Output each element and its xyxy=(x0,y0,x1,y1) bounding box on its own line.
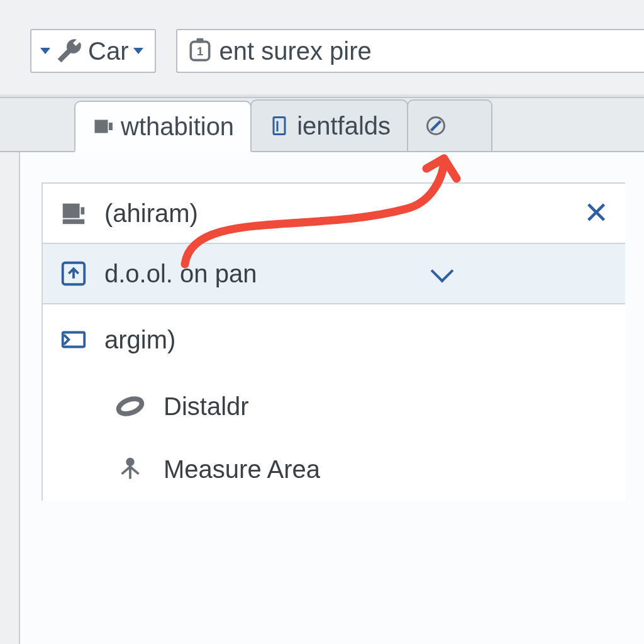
dropdown-row[interactable]: d.o.ol. on pan xyxy=(43,244,625,304)
svg-point-14 xyxy=(126,458,134,466)
upload-box-icon xyxy=(59,259,88,288)
clock-badge-icon: 1 xyxy=(186,37,214,65)
status-label: ent surex pire xyxy=(219,37,371,65)
search-value: (ahiram) xyxy=(104,199,198,228)
list-item-label: Measure Area xyxy=(164,455,320,484)
document-icon xyxy=(268,114,291,137)
measure-icon xyxy=(116,455,145,484)
group-row[interactable]: argim) xyxy=(43,304,625,375)
list-item-label: Distaldr xyxy=(164,392,249,421)
svg-rect-1 xyxy=(197,38,204,43)
dropdown-value: d.o.ol. on pan xyxy=(104,260,257,288)
svg-rect-5 xyxy=(274,118,285,135)
list-item[interactable]: Distaldr xyxy=(43,375,625,438)
panel-list: (ahiram) ✕ d.o.ol. on pan argi xyxy=(42,182,625,501)
svg-line-16 xyxy=(122,467,130,474)
tab-label: ientfalds xyxy=(297,112,391,140)
caret-down-icon xyxy=(40,48,50,54)
svg-rect-10 xyxy=(81,207,85,214)
main-panel: (ahiram) ✕ d.o.ol. on pan argi xyxy=(20,152,644,644)
panel-icon xyxy=(92,115,114,138)
svg-point-13 xyxy=(116,396,143,417)
left-gutter xyxy=(0,152,20,644)
ring-icon xyxy=(116,392,145,421)
svg-rect-9 xyxy=(63,219,85,225)
caret-down-icon xyxy=(133,48,143,54)
tools-dropdown[interactable]: Car xyxy=(30,29,156,73)
svg-line-17 xyxy=(130,467,138,474)
close-icon[interactable]: ✕ xyxy=(584,198,609,228)
search-row[interactable]: (ahiram) ✕ xyxy=(43,184,625,244)
svg-line-7 xyxy=(431,121,441,131)
svg-rect-12 xyxy=(63,333,85,347)
tab-ientfalds[interactable]: ientfalds xyxy=(250,99,408,151)
tab-wthabition[interactable]: wthabition xyxy=(74,101,252,152)
tools-dropdown-label: Car xyxy=(88,37,128,65)
svg-rect-8 xyxy=(63,204,80,218)
svg-rect-4 xyxy=(109,123,113,130)
svg-text:1: 1 xyxy=(197,45,203,58)
wrench-icon xyxy=(55,37,83,65)
device-icon xyxy=(59,199,88,228)
group-label: argim) xyxy=(104,326,175,354)
toolbar: Car 1 ent surex pire xyxy=(30,29,644,75)
tab-strip: wthabition ientfalds xyxy=(0,98,644,152)
tab-label: wthabition xyxy=(121,113,234,141)
circle-slash-icon xyxy=(425,114,447,137)
chevron-down-icon xyxy=(431,260,454,283)
tag-icon xyxy=(59,325,88,354)
tab-third[interactable] xyxy=(407,99,492,151)
list-item[interactable]: Measure Area xyxy=(43,438,625,501)
svg-rect-3 xyxy=(95,120,108,133)
status-box[interactable]: 1 ent surex pire xyxy=(176,29,644,73)
